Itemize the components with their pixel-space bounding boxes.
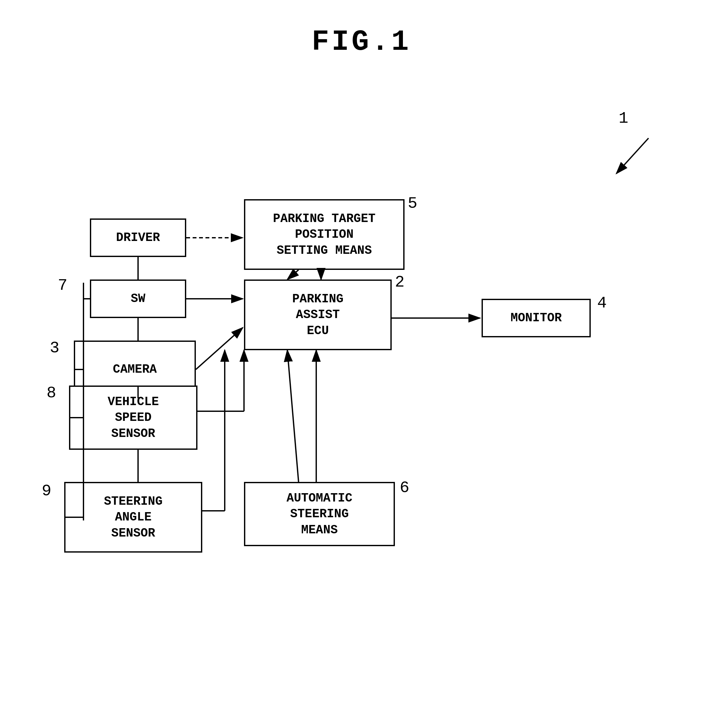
auto-steering-box: AUTOMATICSTEERINGMEANS	[244, 482, 395, 546]
driver-box: DRIVER	[90, 219, 186, 257]
svg-line-17	[287, 350, 299, 482]
ref-3: 3	[50, 339, 59, 357]
ref-number-1: 1	[619, 109, 628, 127]
ref-8: 8	[47, 384, 56, 402]
ref-4: 4	[597, 294, 607, 312]
ref-2: 2	[395, 273, 404, 291]
auto-steering-label: AUTOMATICSTEERINGMEANS	[286, 490, 352, 538]
ref-5: 5	[408, 194, 417, 213]
ref-6: 6	[400, 479, 409, 497]
vehicle-speed-label: VEHICLESPEEDSENSOR	[108, 394, 159, 441]
figure-title: FIG.1	[312, 26, 411, 58]
parking-ecu-box: PARKINGASSISTECU	[244, 280, 392, 350]
parking-target-label: PARKING TARGETPOSITIONSETTING MEANS	[273, 211, 375, 258]
ref-9: 9	[42, 482, 51, 500]
steering-angle-label: STEERINGANGLESENSOR	[104, 494, 162, 541]
svg-line-2	[616, 138, 648, 173]
steering-angle-box: STEERINGANGLESENSOR	[64, 482, 202, 552]
svg-line-10	[287, 270, 299, 280]
parking-ecu-label: PARKINGASSISTECU	[292, 291, 343, 339]
vehicle-speed-box: VEHICLESPEEDSENSOR	[69, 385, 197, 450]
parking-target-box: PARKING TARGETPOSITIONSETTING MEANS	[244, 199, 404, 270]
sw-box: SW	[90, 280, 186, 318]
svg-line-9	[196, 328, 243, 369]
ref-7: 7	[58, 276, 67, 295]
monitor-box: MONITOR	[482, 299, 591, 337]
